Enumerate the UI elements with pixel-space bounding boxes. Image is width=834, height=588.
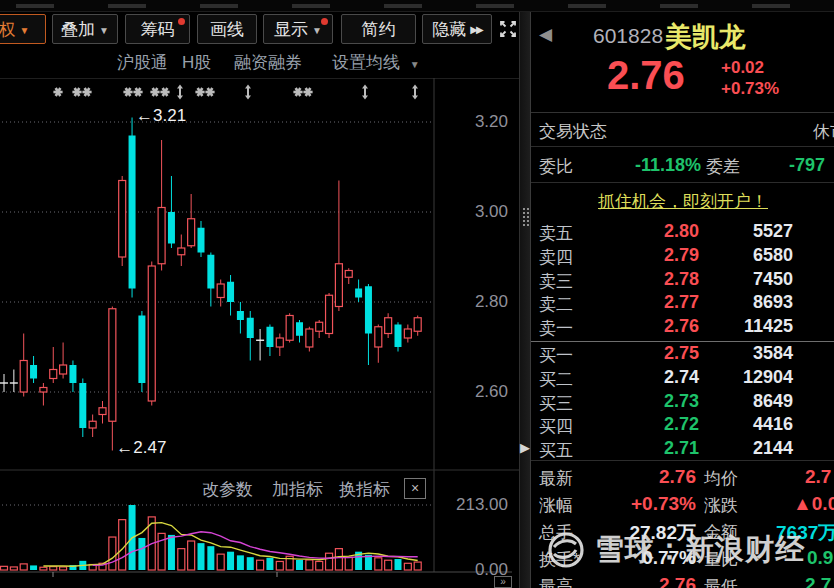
volume-axis-label: 213.00 — [436, 495, 508, 515]
order-price: 2.75 — [541, 343, 699, 364]
order-row-sell-2[interactable]: 卖四2.796580 — [531, 245, 834, 268]
stat-label: 最低 — [704, 575, 738, 588]
price-annotation: ←3.21 — [136, 106, 186, 126]
candle-body — [286, 316, 293, 341]
stock-app-window: 权 ▼ 叠加 ▼ 筹码 画线 显示 ▼ 简约 隐藏 ▶▶ 沪股通 H股 融资融券… — [0, 0, 834, 588]
candle-body — [30, 365, 37, 379]
weibi-row: 委比 -11.18% 委差 -797 — [531, 147, 834, 183]
candle-body — [207, 255, 214, 289]
order-row-sell-3[interactable]: 卖三2.787450 — [531, 269, 834, 292]
candle-body — [316, 322, 323, 331]
stat-value: 27.82万 — [536, 520, 696, 546]
switch-indicator-button[interactable]: 换指标 — [339, 479, 390, 501]
order-volume: 2144 — [701, 438, 793, 459]
candle-body — [217, 284, 224, 298]
order-row-sell-4[interactable]: 卖二2.778693 — [531, 292, 834, 315]
candle-body — [404, 329, 411, 338]
panel-splitter[interactable]: ▶ — [519, 12, 530, 588]
close-indicator-button[interactable]: × — [404, 478, 426, 499]
order-row-buy-4[interactable]: 买四2.724416 — [531, 414, 834, 437]
order-volume: 8649 — [701, 391, 793, 412]
candle-body — [345, 271, 352, 278]
weicha-label: 委差 — [706, 155, 740, 178]
stat-label: 量比 — [704, 548, 738, 571]
stat-value: 2.76 — [536, 466, 696, 488]
volume-bar — [60, 567, 67, 570]
price-axis-label: 3.20 — [436, 112, 508, 132]
stat-value: 0.77% — [536, 547, 696, 569]
candle-body — [198, 228, 205, 253]
volume-bar — [188, 541, 195, 570]
candle-body — [109, 309, 116, 422]
volume-bar — [198, 543, 205, 570]
order-price: 2.72 — [541, 414, 699, 435]
order-price: 2.73 — [541, 391, 699, 412]
order-row-buy-3[interactable]: 买三2.738649 — [531, 391, 834, 414]
volume-bar — [326, 553, 333, 570]
volume-bar — [404, 563, 411, 570]
volume-bar — [1, 566, 8, 570]
back-arrow-icon[interactable]: ◀ — [539, 24, 552, 45]
splitter-grip-icon[interactable] — [523, 208, 525, 210]
stock-name: 美凯龙 — [665, 19, 746, 55]
stat-value: 2.76 — [536, 574, 696, 588]
candle-body — [69, 365, 76, 383]
quote-panel: ◀ 601828 美凯龙 2.76 +0.02 +0.73% 交易状态 休市 委… — [530, 12, 834, 588]
volume-bar — [20, 564, 27, 570]
volume-bar — [335, 549, 342, 570]
candle-body — [168, 212, 175, 244]
stat-value: 2.7 — [805, 466, 831, 488]
candle-body — [99, 408, 106, 415]
candle-body — [414, 318, 421, 332]
stat-value: +0.73% — [536, 493, 696, 515]
volume-bar — [158, 533, 165, 570]
price-change: +0.02 — [721, 58, 764, 78]
stat-row: 换手*0.77%量比0.9 — [531, 544, 834, 571]
order-row-sell-1[interactable]: 卖五2.805527 — [531, 221, 834, 244]
stock-code: 601828 — [593, 24, 663, 48]
open-account-ad-link[interactable]: 抓住机会，即刻开户！ — [531, 190, 834, 213]
price-change-pct: +0.73% — [721, 79, 779, 99]
order-volume: 7450 — [701, 269, 793, 290]
stat-label: 金额 — [704, 521, 738, 544]
volume-bar — [385, 560, 392, 570]
more-button[interactable]: » — [494, 576, 512, 588]
price-axis-label: 2.60 — [436, 382, 508, 402]
volume-bar — [296, 560, 303, 570]
volume-bar — [345, 557, 352, 570]
order-price: 2.74 — [541, 367, 699, 388]
volume-bar — [227, 552, 234, 570]
candle-body — [148, 266, 155, 401]
volume-bar — [178, 549, 185, 570]
last-price: 2.76 — [607, 53, 685, 98]
candle-body — [60, 365, 67, 374]
volume-bar — [257, 560, 264, 570]
volume-bar — [237, 555, 244, 570]
order-row-buy-5[interactable]: 买五2.712144 — [531, 438, 834, 461]
candle-body — [138, 316, 145, 384]
volume-bar — [316, 561, 323, 570]
volume-bar — [138, 538, 145, 570]
weicha-value: -797 — [789, 155, 825, 176]
volume-bar — [414, 562, 421, 570]
order-row-buy-1[interactable]: 买一2.753584 — [531, 343, 834, 366]
candle-body — [355, 289, 362, 298]
candle-body — [306, 329, 313, 347]
stat-row: 涨幅+0.73%涨跌▲0.0 — [531, 490, 834, 517]
candle-body — [365, 286, 372, 333]
candle-body — [227, 282, 234, 302]
candle-body — [129, 136, 136, 289]
add-indicator-button[interactable]: 加指标 — [272, 479, 323, 501]
order-row-sell-5[interactable]: 卖一2.7611425 — [531, 316, 834, 339]
order-price: 2.77 — [541, 292, 699, 313]
collapse-arrow-icon[interactable]: ▶ — [520, 440, 530, 455]
stat-label: 涨跌 — [704, 494, 738, 517]
candle-body — [50, 370, 57, 379]
candle-body — [20, 361, 27, 393]
volume-bar — [395, 559, 402, 570]
order-row-buy-2[interactable]: 买二2.7412904 — [531, 367, 834, 390]
trade-status-row: 交易状态 休市 — [531, 113, 834, 147]
stat-value: 2.7 — [805, 574, 831, 588]
order-price: 2.80 — [541, 221, 699, 242]
change-param-button[interactable]: 改参数 — [202, 479, 253, 501]
